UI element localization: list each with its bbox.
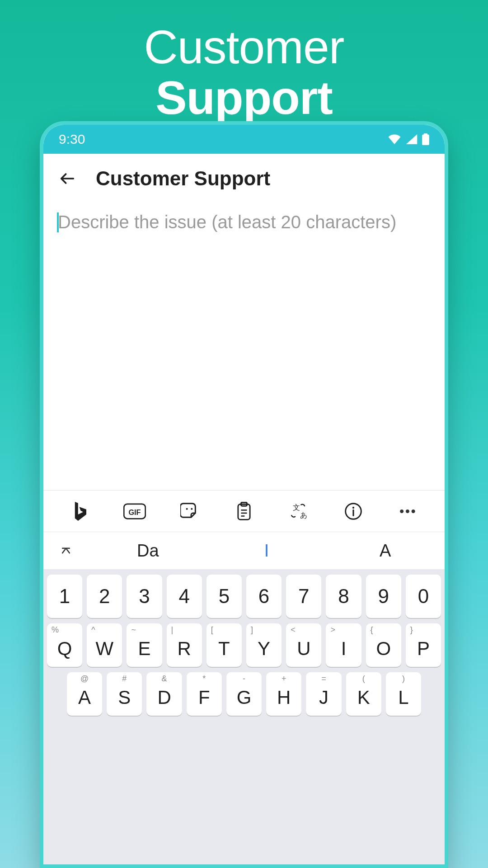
keyboard: GIF 文あ ••• Da: [43, 490, 445, 864]
clipboard-icon[interactable]: [231, 499, 257, 524]
svg-rect-0: [422, 135, 429, 145]
key-r[interactable]: |R: [167, 623, 202, 667]
key-d[interactable]: &D: [146, 672, 182, 716]
keyboard-suggestions: Da I A: [43, 532, 445, 569]
key-l[interactable]: )L: [386, 672, 421, 716]
svg-point-5: [191, 508, 192, 509]
phone-frame: 9:30 Customer Support Describe the issue…: [40, 121, 448, 868]
key-5[interactable]: 5: [206, 575, 242, 618]
more-icon[interactable]: •••: [395, 499, 421, 524]
key-9[interactable]: 9: [366, 575, 401, 618]
key-a[interactable]: @A: [67, 672, 102, 716]
key-t[interactable]: [T: [206, 623, 242, 667]
svg-rect-1: [424, 133, 427, 135]
battery-icon: [422, 133, 429, 145]
content-area: Describe the issue (at least 20 characte…: [43, 203, 445, 234]
svg-point-4: [186, 508, 188, 509]
keyboard-toolbar: GIF 文あ •••: [43, 491, 445, 532]
keyboard-keys: 1234567890 %Q^W~E|R[T]Y<U>I{O}P @A#S&D*F…: [43, 569, 445, 864]
key-3[interactable]: 3: [127, 575, 162, 618]
key-e[interactable]: ~E: [127, 623, 162, 667]
key-w[interactable]: ^W: [87, 623, 122, 667]
hero-line2: Support: [0, 72, 488, 123]
key-p[interactable]: }P: [406, 623, 441, 667]
suggestion-close[interactable]: [43, 532, 89, 569]
key-8[interactable]: 8: [326, 575, 361, 618]
hero-title: Customer Support: [0, 0, 488, 123]
arrow-left-icon: [58, 170, 76, 188]
suggestion-1[interactable]: Da: [89, 532, 207, 569]
svg-point-14: [352, 506, 354, 508]
translate-icon[interactable]: 文あ: [286, 499, 311, 524]
key-6[interactable]: 6: [246, 575, 282, 618]
status-icons: [388, 133, 429, 145]
issue-placeholder: Describe the issue (at least 20 characte…: [57, 211, 431, 234]
suggestion-3[interactable]: A: [326, 532, 445, 569]
key-row-1: 1234567890: [47, 575, 441, 618]
key-f[interactable]: *F: [187, 672, 222, 716]
key-q[interactable]: %Q: [47, 623, 82, 667]
key-s[interactable]: #S: [107, 672, 142, 716]
page-title: Customer Support: [96, 167, 270, 190]
svg-text:文: 文: [293, 504, 300, 511]
gif-icon[interactable]: GIF: [122, 499, 147, 524]
bing-icon[interactable]: [67, 499, 93, 524]
hero-line1: Customer: [0, 22, 488, 72]
issue-input[interactable]: Describe the issue (at least 20 characte…: [57, 211, 431, 234]
key-0[interactable]: 0: [406, 575, 441, 618]
key-j[interactable]: =J: [306, 672, 341, 716]
svg-text:あ: あ: [300, 511, 307, 519]
key-row-3: @A#S&D*F-G+H=J(K)L: [47, 672, 441, 716]
back-button[interactable]: [57, 168, 78, 189]
key-y[interactable]: ]Y: [246, 623, 282, 667]
key-2[interactable]: 2: [87, 575, 122, 618]
key-7[interactable]: 7: [286, 575, 321, 618]
key-k[interactable]: (K: [346, 672, 381, 716]
key-4[interactable]: 4: [167, 575, 202, 618]
sticker-icon[interactable]: [177, 499, 202, 524]
svg-text:GIF: GIF: [128, 508, 141, 516]
key-o[interactable]: {O: [366, 623, 401, 667]
key-i[interactable]: >I: [326, 623, 361, 667]
app-bar: Customer Support: [43, 154, 445, 203]
status-time: 9:30: [59, 132, 85, 147]
key-1[interactable]: 1: [47, 575, 82, 618]
info-icon[interactable]: [341, 499, 366, 524]
key-h[interactable]: +H: [266, 672, 301, 716]
key-g[interactable]: -G: [226, 672, 262, 716]
key-u[interactable]: <U: [286, 623, 321, 667]
status-bar: 9:30: [43, 125, 445, 154]
key-row-2: %Q^W~E|R[T]Y<U>I{O}P: [47, 623, 441, 667]
wifi-icon: [388, 134, 401, 144]
signal-icon: [406, 134, 418, 144]
text-cursor: [57, 212, 59, 232]
suggestion-2[interactable]: I: [207, 532, 326, 569]
